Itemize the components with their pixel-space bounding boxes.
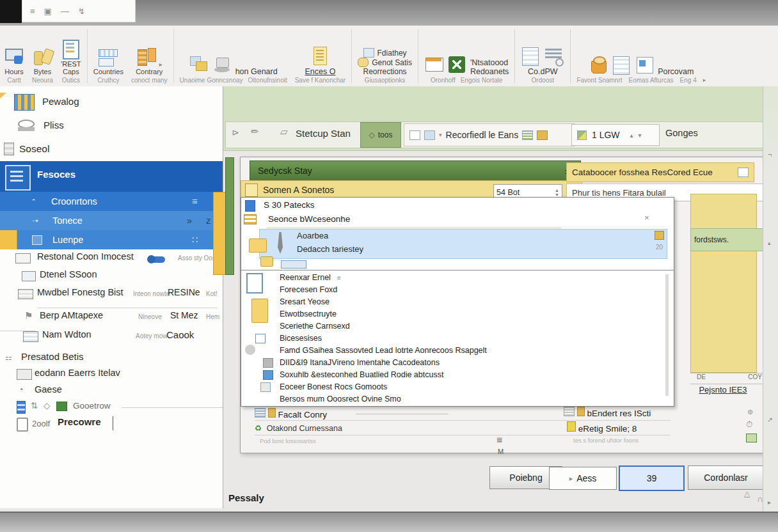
ribbon-group-redoanets[interactable]: 'Ntsatoood Redoanets Oronhoff Engois Nor… <box>420 26 512 86</box>
ribbon-group-countries[interactable]: Countries Cruthcy <box>90 26 127 86</box>
dropdown-item[interactable]: Bersos mum Ooosrect Ovine Smo <box>241 393 699 405</box>
setting-row-dtenel[interactable]: Dtenel SSoon <box>0 269 223 287</box>
clock-icon[interactable]: ⏱ <box>746 419 752 430</box>
combo-value[interactable]: Seonce bWceseonhe <box>268 214 350 224</box>
dialog-row-eretig[interactable]: eRetig Smile; 8 <box>567 421 637 434</box>
z-icon[interactable]: z <box>206 211 210 230</box>
edit-tool-icon[interactable]: ▱ <box>280 126 288 137</box>
dialog-title-bar[interactable]: Sedycsk Stay ⚌ <box>250 160 581 181</box>
setting-row-berp[interactable]: ⚑ Berp AMtapexe Nineove St Mez Hem <box>0 310 223 328</box>
orange-marker-icon[interactable] <box>655 231 664 240</box>
green-check-icon[interactable] <box>746 434 757 442</box>
option-label[interactable]: Genot Satis <box>372 58 412 67</box>
dropdown-item[interactable]: Bicesesises <box>241 332 699 345</box>
tree-header-label[interactable]: Fesoces <box>37 169 75 180</box>
tree-row-luenpe[interactable]: Luenpe ∷ <box>0 230 223 249</box>
tree-row-connections[interactable]: ⌃ Croonrtons ≡ <box>0 192 223 211</box>
lasso-tool-icon[interactable]: ✏ <box>251 126 259 137</box>
ribbon-midlabel: Co.dPW <box>528 67 558 76</box>
toggle-switch[interactable] <box>148 256 165 263</box>
dialog-row-facalt[interactable]: Facalt Conry <box>255 408 327 419</box>
sidebar-item-eodann[interactable]: eodann Eaerrs Itelav <box>0 368 223 384</box>
ribbon-group-bytes[interactable]: Bytes Neoura <box>28 26 57 86</box>
dropdown-item[interactable]: Etwotbsectruyte <box>241 308 699 320</box>
window-icon[interactable]: ▣ <box>44 6 52 16</box>
dropdown-item[interactable]: Reenxar Ernel≡ <box>241 272 699 284</box>
ribbon-group-hours[interactable]: Hours Cartt <box>0 26 28 86</box>
record-segment[interactable]: ▾ Recorfiedl le Eans <box>404 123 575 146</box>
pointer-icon[interactable]: ▸ <box>768 499 771 506</box>
chevron-icon[interactable]: ▸ <box>703 76 706 84</box>
tools-button[interactable]: ◇ toos <box>360 122 401 148</box>
dropdown-selection[interactable]: Aoarbea Dedacch tariestey <box>259 229 667 259</box>
columns-icon[interactable]: ≡ <box>30 6 35 16</box>
menu-icon[interactable]: ≡ <box>192 192 197 211</box>
link-icon[interactable]: ⊛ <box>747 408 753 416</box>
collapse-icon[interactable]: ⌃ <box>31 192 36 211</box>
dialog-row-insert[interactable]: bEndert res IScti <box>564 407 651 418</box>
diamond-icon[interactable]: ◇ <box>44 400 50 411</box>
sidebar-item-gooetrow[interactable]: ⇅ ◇ Gooetrow <box>0 400 223 416</box>
swap-icon[interactable]: ⇅ <box>31 400 38 411</box>
scroll-up-icon[interactable]: ▴ <box>768 240 771 246</box>
expand-icon[interactable]: △ <box>744 489 750 498</box>
dropdown-item[interactable]: Famd GSaihea Sassovted Lead lotrte Aonre… <box>241 345 699 357</box>
plug-mini-icon <box>260 382 271 392</box>
sidebar-item-gaese[interactable]: ◔ Gaese <box>0 384 223 401</box>
redo-icon[interactable]: ↯ <box>78 6 85 16</box>
app-menu-corner[interactable] <box>0 0 22 23</box>
monitor-icon <box>4 46 24 68</box>
grip-icon[interactable]: ∷ <box>192 230 198 249</box>
cordon-button[interactable]: Cordonlasr <box>688 465 764 490</box>
folder-icon <box>260 256 273 267</box>
ribbon-group-contrary[interactable]: ▸ Contrary conoct many <box>127 26 171 86</box>
setting-row-regional[interactable]: Restonal Coon Imocest Asso sty Oos <box>0 251 223 269</box>
dropdown-item[interactable]: Forecesen Foxd <box>241 284 699 296</box>
side-panel-link[interactable]: Pejsnto IEE3 <box>690 385 756 395</box>
spin-down-icon[interactable]: ▾ <box>639 132 642 139</box>
ribbon-group-general[interactable]: hon Genard Unaoime Gonncsnoay Oitonufnsi… <box>176 26 291 86</box>
zoom-box[interactable]: 1 LGW ▴ ▾ <box>571 124 660 146</box>
value-chip[interactable] <box>281 260 306 269</box>
sidebar-item-precowre[interactable]: 2oolf Precowre <box>0 416 223 434</box>
dropdown-item-selected[interactable]: Dedacch tariestey <box>297 244 363 254</box>
catalog-header-field[interactable]: Cataboocer fosshea ResCored Ecue <box>566 162 754 182</box>
ribbon-group-options[interactable]: Fdiathey Genot Satis Reorrections Giusao… <box>354 26 416 86</box>
ribbon-group-porcovam[interactable]: Porcovam Favont Snamnrt Eomas Afturcas E… <box>573 26 710 86</box>
setting-row-nam[interactable]: Nam Wdton Aotey mow Caook <box>0 329 223 347</box>
arrow-icon: ➝ <box>32 211 38 230</box>
ribbon-group-codpw[interactable]: Co.dPW Ordoost <box>517 26 568 86</box>
folder-icon <box>251 299 268 323</box>
folder-mini-icon <box>268 408 276 418</box>
arrow-icon[interactable]: ➚ <box>767 416 773 424</box>
ribbon-group-ences[interactable]: Ences O Save f Kanonchar <box>291 26 350 86</box>
ribbon-group-caps[interactable]: 'REST Caps Outics <box>57 26 85 86</box>
setting-row-mwdbel[interactable]: Mwdbel Fonestg Bist Inteon nowte RESINe … <box>0 287 223 305</box>
pen-icon[interactable]: — <box>61 6 69 16</box>
dropdown-item[interactable]: Sresart Yeose <box>241 296 699 308</box>
spin-up-icon[interactable]: ▴ <box>630 132 633 139</box>
spinner-arrows[interactable]: ▲▼ <box>555 188 559 197</box>
dropdown-scrollbar[interactable] <box>665 274 669 396</box>
flash-icon[interactable]: » <box>187 211 192 230</box>
option-label[interactable]: Fdiathey <box>377 49 407 58</box>
startup-label[interactable]: Stetcup Stan <box>296 128 351 139</box>
dropdown-item[interactable]: DIID&I9 ItanaJVireno Imentahe Cacodeaton… <box>241 357 699 369</box>
select-tool-icon[interactable]: ⊳ <box>232 127 239 137</box>
tree-row-tonece[interactable]: ➝ Tonece » z <box>0 211 223 230</box>
spin-down-icon[interactable]: ▼ <box>555 192 559 197</box>
apply-button[interactable]: ▸ Aess <box>549 467 617 490</box>
option-label[interactable]: Reorrections <box>363 67 407 76</box>
dropdown-item[interactable]: Soxuhlb &esteconhed Buatlied Rodie abtcu… <box>241 369 699 381</box>
number-button[interactable]: 39 <box>619 465 685 491</box>
close-icon[interactable]: × <box>644 213 649 223</box>
dropdown-item[interactable]: Eoceer Bonest Rocs Gomoots <box>241 381 699 393</box>
row-label: bEndert res IScti <box>587 409 651 418</box>
row-label: Facalt Conry <box>278 410 328 419</box>
right-scroll-strip[interactable]: ¬ ▴ ➚ ▸ <box>763 86 778 512</box>
spin-up-icon[interactable]: ▲ <box>555 188 559 192</box>
dropdown-item-selected[interactable]: Aoarbea <box>297 231 328 240</box>
dialog-row-otakond[interactable]: ♻ Otakond Curnessana <box>255 423 342 433</box>
dropdown-item[interactable]: Sceriethe Carnsexd <box>241 320 699 332</box>
ganges-label[interactable]: Gonges <box>665 128 698 138</box>
